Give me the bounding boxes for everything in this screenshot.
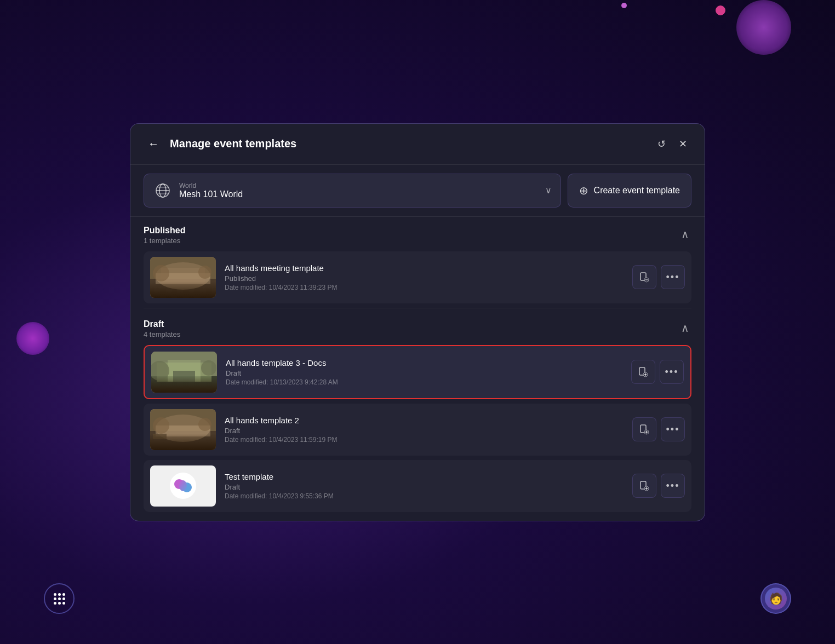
template-name: All hands template 3 - Docs: [226, 358, 622, 367]
world-name: Mesh 101 World: [179, 189, 539, 199]
back-icon: ←: [148, 137, 159, 150]
template-date: Date modified: 10/4/2023 11:39:23 PM: [225, 284, 624, 291]
refresh-button[interactable]: ↺: [653, 135, 670, 153]
modal-header: ← Manage event templates ↺ ✕: [130, 124, 705, 165]
ellipsis-icon: •••: [666, 424, 680, 435]
draft-section-info: Draft 4 templates: [144, 319, 180, 338]
selector-row: World Mesh 101 World ∨ ⊕ Create event te…: [130, 165, 705, 217]
publish-button[interactable]: [632, 417, 656, 441]
template-actions: •••: [631, 360, 684, 384]
bg-decoration-1: [716, 5, 725, 15]
create-event-template-button[interactable]: ⊕ Create event template: [568, 174, 691, 208]
chevron-down-icon: ∨: [545, 185, 552, 196]
more-options-button[interactable]: •••: [661, 265, 685, 289]
back-button[interactable]: ←: [144, 135, 163, 152]
svg-point-30: [153, 417, 169, 434]
svg-point-10: [153, 265, 169, 281]
template-info: All hands meeting template Published Dat…: [225, 263, 624, 291]
publish-button[interactable]: [632, 474, 656, 498]
manage-templates-modal: ← Manage event templates ↺ ✕: [130, 123, 705, 521]
world-selector-dropdown[interactable]: World Mesh 101 World ∨: [144, 174, 561, 208]
unpublish-button[interactable]: [632, 265, 656, 289]
more-options-button[interactable]: •••: [661, 474, 685, 498]
template-actions: •••: [632, 417, 685, 441]
refresh-icon: ↺: [657, 138, 666, 150]
template-name: All hands template 2: [225, 416, 624, 425]
svg-point-20: [201, 360, 216, 376]
section-divider: [144, 308, 691, 308]
published-section-info: Published 1 templates: [144, 226, 185, 245]
avatar-image: 🧑: [765, 588, 787, 610]
svg-rect-27: [150, 431, 216, 450]
draft-section-header: Draft 4 templates ∧: [144, 311, 691, 345]
templates-content: Published 1 templates ∧: [130, 217, 705, 521]
bg-decoration-3: [736, 0, 791, 55]
ellipsis-icon: •••: [666, 480, 680, 492]
template-thumbnail: [150, 409, 216, 450]
template-date: Date modified: 10/13/2023 9:42:28 AM: [226, 378, 622, 386]
close-button[interactable]: ✕: [674, 135, 691, 153]
world-globe-icon: [153, 181, 173, 200]
template-thumbnail: [150, 465, 216, 507]
bg-decoration-2: [621, 3, 627, 8]
published-section-title: Published: [144, 226, 185, 235]
template-item[interactable]: All hands template 2 Draft Date modified…: [144, 404, 691, 456]
svg-rect-32: [153, 434, 167, 439]
template-thumbnail-image: [151, 352, 217, 393]
apps-nav-button[interactable]: [44, 583, 75, 614]
draft-collapse-button[interactable]: ∧: [679, 319, 691, 337]
template-item[interactable]: All hands template 3 - Docs Draft Date m…: [144, 345, 691, 399]
template-status: Draft: [226, 369, 622, 377]
ellipsis-icon: •••: [666, 272, 680, 283]
bg-decoration-4: [16, 322, 49, 355]
template-thumbnail-image: [150, 409, 216, 450]
template-status: Published: [225, 274, 624, 283]
template-status: Draft: [225, 427, 624, 435]
svg-point-11: [198, 266, 211, 279]
more-options-button[interactable]: •••: [660, 360, 684, 384]
world-info: World Mesh 101 World: [179, 182, 539, 199]
template-thumbnail: [151, 352, 217, 393]
world-label: World: [179, 182, 539, 189]
template-actions: •••: [632, 265, 685, 289]
template-thumbnail-image: [150, 465, 216, 507]
draft-section-count: 4 templates: [144, 330, 180, 338]
template-thumbnail: [150, 257, 216, 298]
header-actions: ↺ ✕: [653, 135, 691, 153]
grid-dots-icon: [54, 593, 65, 605]
template-item[interactable]: Test template Draft Date modified: 10/4/…: [144, 460, 691, 512]
template-info: All hands template 2 Draft Date modified…: [225, 416, 624, 444]
svg-point-31: [198, 418, 211, 431]
more-options-button[interactable]: •••: [661, 417, 685, 441]
published-section-count: 1 templates: [144, 237, 185, 245]
template-name: Test template: [225, 472, 624, 481]
template-thumbnail-image: [150, 257, 216, 298]
template-name: All hands meeting template: [225, 263, 624, 273]
template-info: Test template Draft Date modified: 10/4/…: [225, 472, 624, 500]
template-date: Date modified: 10/4/2023 11:59:19 PM: [225, 436, 624, 444]
template-status: Draft: [225, 483, 624, 491]
template-date: Date modified: 10/4/2023 9:55:36 PM: [225, 492, 624, 500]
plus-circle-icon: ⊕: [579, 184, 588, 197]
published-section-header: Published 1 templates ∧: [144, 217, 691, 251]
template-info: All hands template 3 - Docs Draft Date m…: [226, 358, 622, 386]
ellipsis-icon: •••: [665, 366, 679, 378]
svg-rect-16: [151, 376, 217, 393]
publish-button[interactable]: [631, 360, 655, 384]
user-avatar-button[interactable]: 🧑: [760, 583, 791, 614]
template-actions: •••: [632, 474, 685, 498]
modal-title: Manage event templates: [170, 137, 647, 150]
svg-rect-21: [173, 371, 195, 382]
draft-section-title: Draft: [144, 319, 180, 329]
create-button-label: Create event template: [594, 186, 680, 196]
template-item[interactable]: All hands meeting template Published Dat…: [144, 251, 691, 303]
close-icon: ✕: [679, 138, 687, 150]
svg-rect-6: [150, 279, 216, 298]
published-collapse-button[interactable]: ∧: [679, 226, 691, 243]
svg-point-40: [179, 480, 187, 491]
